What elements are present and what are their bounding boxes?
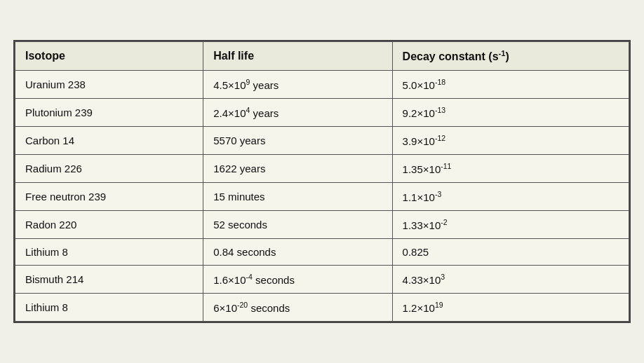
cell-decay-constant: 0.825	[392, 239, 629, 266]
col-header-isotope: Isotope	[15, 41, 203, 70]
cell-isotope: Radon 220	[15, 211, 203, 239]
cell-half-life: 52 seconds	[203, 211, 392, 239]
cell-half-life: 2.4×104 years	[203, 99, 392, 127]
table-header-row: Isotope Half life Decay constant (s-1)	[15, 41, 629, 70]
table-row: Lithium 86×10-20 seconds1.2×1019	[15, 294, 629, 322]
cell-half-life: 5570 years	[203, 127, 392, 155]
cell-half-life: 4.5×109 years	[203, 71, 392, 99]
cell-isotope: Carbon 14	[15, 127, 203, 155]
table-row: Radon 22052 seconds1.33×10-2	[15, 211, 629, 239]
cell-isotope: Uranium 238	[15, 71, 203, 99]
cell-isotope: Free neutron 239	[15, 183, 203, 211]
col-header-half-life: Half life	[203, 41, 392, 70]
cell-isotope: Radium 226	[15, 155, 203, 183]
cell-decay-constant: 4.33×103	[392, 266, 629, 294]
table-row: Radium 2261622 years1.35×10-11	[15, 155, 629, 183]
cell-half-life: 1622 years	[203, 155, 392, 183]
table-row: Uranium 2384.5×109 years5.0×10-18	[15, 71, 629, 99]
cell-isotope: Bismuth 214	[15, 266, 203, 294]
cell-decay-constant: 5.0×10-18	[392, 71, 629, 99]
cell-isotope: Plutonium 239	[15, 99, 203, 127]
isotope-table: Isotope Half life Decay constant (s-1) U…	[15, 41, 629, 322]
cell-decay-constant: 1.33×10-2	[392, 211, 629, 239]
cell-isotope: Lithium 8	[15, 294, 203, 322]
table-row: Plutonium 2392.4×104 years9.2×10-13	[15, 99, 629, 127]
cell-half-life: 15 minutes	[203, 183, 392, 211]
isotope-table-container: Isotope Half life Decay constant (s-1) U…	[13, 40, 631, 323]
cell-half-life: 1.6×10-4 seconds	[203, 266, 392, 294]
cell-decay-constant: 3.9×10-12	[392, 127, 629, 155]
cell-decay-constant: 9.2×10-13	[392, 99, 629, 127]
table-row: Carbon 145570 years3.9×10-12	[15, 127, 629, 155]
cell-half-life: 6×10-20 seconds	[203, 294, 392, 322]
table-row: Bismuth 2141.6×10-4 seconds4.33×103	[15, 266, 629, 294]
cell-isotope: Lithium 8	[15, 239, 203, 266]
col-header-decay-constant: Decay constant (s-1)	[392, 41, 629, 70]
cell-decay-constant: 1.35×10-11	[392, 155, 629, 183]
table-row: Free neutron 23915 minutes1.1×10-3	[15, 183, 629, 211]
table-row: Lithium 80.84 seconds0.825	[15, 239, 629, 266]
cell-decay-constant: 1.2×1019	[392, 294, 629, 322]
cell-decay-constant: 1.1×10-3	[392, 183, 629, 211]
cell-half-life: 0.84 seconds	[203, 239, 392, 266]
